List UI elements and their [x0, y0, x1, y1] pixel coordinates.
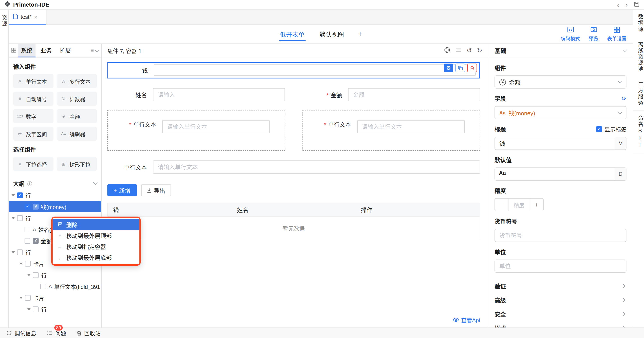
view-tab-low-code-form[interactable]: 低开表单 [279, 24, 305, 44]
dock-tab-datasource[interactable]: 数据源 [633, 10, 644, 37]
component-delete-button[interactable] [467, 64, 477, 72]
stepper-minus-button[interactable]: − [495, 198, 508, 211]
save-icon[interactable] [634, 1, 640, 8]
preview-button[interactable]: 预览 [589, 26, 598, 42]
add-view-button[interactable]: + [358, 30, 362, 38]
tree-row-single-line-field[interactable]: A 单行文本(field_391 [9, 280, 101, 292]
checkbox-checked[interactable]: ✓ [596, 126, 602, 132]
palette-tab-extension[interactable]: 扩展 [56, 44, 74, 58]
money-field-input[interactable] [154, 64, 476, 76]
precision-input[interactable]: 精度 [508, 198, 530, 211]
inspector-section-advanced[interactable]: 高级 [494, 293, 626, 307]
caret-down-icon[interactable] [12, 251, 15, 253]
component-chip-tree-dropdown[interactable]: ⊞树形下拉 [57, 157, 97, 171]
component-copy-button[interactable] [456, 64, 465, 72]
tab-test[interactable]: test* × [9, 10, 46, 24]
unit-input[interactable] [494, 260, 626, 273]
title-variable-button[interactable]: V [615, 137, 626, 150]
tree-row-row1[interactable]: ✓ 行 [9, 190, 101, 201]
form-row-single-line-text[interactable]: 单行文本 [108, 160, 480, 174]
component-chip-number-range[interactable]: ⇄数字区间 [13, 127, 53, 141]
checkbox-unchecked[interactable] [33, 272, 38, 278]
name-field-input[interactable] [153, 88, 285, 101]
view-api-link[interactable]: 查看Api [453, 316, 480, 324]
checkbox-unchecked[interactable] [25, 295, 31, 300]
default-value-button[interactable]: D [615, 168, 626, 180]
menu-item-move-to-top[interactable]: ↑ 移动到最外层顶部 [52, 230, 140, 241]
dock-tab-offline-resources[interactable]: 离线资源池 [633, 37, 644, 77]
add-row-button[interactable]: +新增 [108, 184, 136, 196]
name-field[interactable]: 姓名 [108, 88, 285, 101]
component-chip-number[interactable]: 123数字 [13, 109, 53, 123]
show-label-toggle[interactable]: ✓ 显示标签 [596, 125, 626, 133]
checkbox-unchecked[interactable] [17, 215, 23, 221]
single-line-text-input[interactable] [357, 120, 464, 133]
caret-down-icon[interactable] [27, 308, 31, 310]
checkbox-unchecked[interactable] [25, 260, 31, 266]
amount-field[interactable]: *金额 [302, 88, 480, 101]
debug-info-button[interactable]: 调试信息 [6, 329, 36, 337]
checkbox-unchecked[interactable] [33, 306, 38, 312]
tree-row-card1-row[interactable]: 行 [9, 269, 101, 280]
component-grid-icon[interactable] [12, 47, 16, 54]
nav-forward-icon[interactable]: › [625, 1, 628, 8]
palette-collapse-icon[interactable] [95, 48, 99, 52]
caret-down-icon[interactable] [19, 262, 23, 264]
recycle-bin-button[interactable]: 回收站 [77, 329, 100, 337]
stepper-plus-button[interactable]: + [530, 198, 543, 211]
component-chip-counter[interactable]: ⇅计数器 [57, 92, 97, 106]
dock-tab-named-sql[interactable]: 命名Sql [633, 111, 644, 154]
selected-money-component[interactable]: 钱 ⚙ [108, 62, 480, 78]
component-chip-single-line-text[interactable]: A单行文本 [13, 74, 53, 88]
caret-down-icon[interactable] [19, 296, 23, 299]
view-tab-default-view[interactable]: 默认视图 [318, 24, 345, 44]
component-chip-multi-line-text[interactable]: A多行文本 [57, 74, 97, 88]
tree-row-card2[interactable]: 卡片 [9, 292, 101, 303]
resources-dock-tab[interactable]: 资源 [0, 15, 8, 27]
title-input[interactable] [494, 137, 615, 150]
dock-tab-third-party-services[interactable]: 三方服务 [633, 77, 644, 111]
tree-row-card2-row[interactable]: 行 [9, 303, 101, 315]
single-line-text-input[interactable] [153, 160, 480, 174]
palette-menu-icon[interactable]: ≡ [90, 47, 94, 54]
checkbox-checked[interactable]: ✓ [24, 204, 30, 209]
palette-tab-system[interactable]: 系统 [18, 44, 36, 58]
palette-tab-business[interactable]: 业务 [37, 44, 55, 58]
form-settings-button[interactable]: 表单设置 [607, 26, 626, 42]
chevron-down-icon[interactable] [623, 48, 627, 52]
globe-icon[interactable] [444, 47, 450, 54]
inspector-section-security[interactable]: 安全 [494, 307, 626, 321]
default-value-input[interactable] [494, 168, 615, 180]
refresh-icon[interactable]: ⟳ [622, 95, 626, 102]
nav-back-icon[interactable]: ‹ [617, 1, 620, 8]
component-chip-dropdown-select[interactable]: ▾下拉选择 [13, 157, 53, 171]
currency-symbol-input[interactable] [494, 229, 626, 242]
checkbox-unchecked[interactable] [40, 284, 46, 289]
checkbox-unchecked[interactable] [17, 249, 23, 255]
caret-down-icon[interactable] [27, 274, 31, 276]
inspector-section-basic[interactable]: 基础 [488, 44, 632, 58]
dashed-container-right[interactable]: *单行文本 [302, 110, 480, 151]
checkbox-checked[interactable]: ✓ [17, 192, 23, 198]
tree-row-money-selected[interactable]: ✓ ¥ 钱(money) [9, 201, 101, 212]
menu-item-move-to-bottom[interactable]: ↓ 移动到最外层底部 [52, 252, 140, 263]
amount-field-input[interactable] [348, 88, 480, 101]
checkbox-unchecked[interactable] [24, 226, 30, 232]
code-mode-button[interactable]: 编码模式 [561, 26, 580, 42]
outline-collapse-icon[interactable] [93, 180, 98, 185]
single-line-text-input[interactable] [162, 120, 270, 133]
caret-down-icon[interactable] [12, 217, 15, 219]
caret-down-icon[interactable] [12, 194, 15, 196]
component-settings-button[interactable]: ⚙ [444, 64, 453, 72]
component-chip-editor[interactable]: A≡编辑器 [57, 127, 97, 141]
undo-icon[interactable]: ↺ [467, 47, 472, 54]
inspector-section-validation[interactable]: 验证 [494, 279, 626, 293]
checkbox-unchecked[interactable] [24, 238, 30, 244]
menu-item-delete[interactable]: 删除 [52, 219, 140, 230]
export-button[interactable]: 导出 [141, 184, 171, 196]
component-chip-amount[interactable]: ¥金额 [57, 109, 97, 123]
field-select[interactable]: Aa 钱(money) [494, 106, 626, 119]
problems-button[interactable]: 问题 89 [47, 329, 66, 337]
outline-view-icon[interactable] [455, 47, 462, 54]
redo-icon[interactable]: ↻ [477, 47, 482, 54]
